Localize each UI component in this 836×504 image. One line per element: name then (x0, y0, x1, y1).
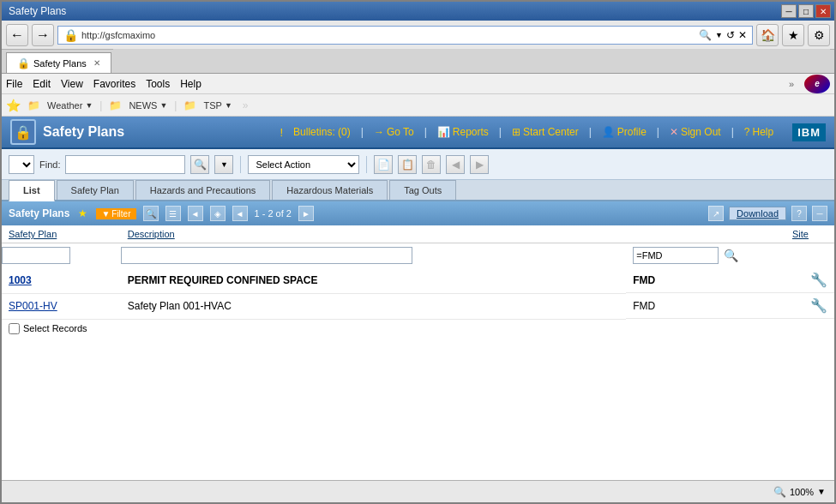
select-records-checkbox[interactable] (9, 323, 20, 334)
col-select-button[interactable]: ☰ (165, 206, 181, 221)
col-header-site[interactable]: Site (626, 225, 834, 243)
advanced-search-button[interactable]: ▼ (214, 155, 233, 174)
goto-link[interactable]: → Go To (374, 126, 414, 138)
help-icon-button[interactable]: ? (791, 206, 807, 221)
tab-safety-plan[interactable]: Safety Plan (57, 180, 134, 200)
favorites-star[interactable]: ★ (782, 24, 804, 46)
filter-button[interactable]: ▼ Filter (96, 208, 135, 219)
fav-weather-dropdown[interactable]: ▼ (85, 101, 93, 110)
search-config-button[interactable]: 🔍 (143, 206, 159, 221)
filter-site[interactable] (633, 247, 719, 264)
site-value-2: FMD (633, 300, 655, 312)
reports-link[interactable]: 📊 Reports (437, 126, 489, 138)
startcenter-label: Start Center (523, 126, 579, 138)
row-action-icon-2[interactable]: 🔧 (810, 297, 827, 314)
fav-weather[interactable]: Weather ▼ (47, 100, 93, 111)
home-button[interactable]: 🏠 (756, 24, 779, 46)
filter-description[interactable] (121, 247, 412, 264)
action-select[interactable]: Select Action (248, 155, 359, 174)
prev-nav-button[interactable]: ◀ (446, 155, 465, 174)
maximize-button[interactable]: □ (798, 4, 814, 18)
profile-icon: 👤 (602, 126, 615, 138)
tab-close-button[interactable]: ✕ (93, 58, 100, 68)
menu-tools[interactable]: Tools (146, 78, 170, 90)
tab-tagouts[interactable]: Tag Outs (389, 180, 456, 200)
fav-news-dropdown[interactable]: ▼ (159, 101, 167, 110)
menu-view[interactable]: View (61, 78, 83, 90)
help-link[interactable]: ? Help (744, 126, 773, 138)
fav-tsp-icon: 📁 (183, 99, 196, 111)
tab-list[interactable]: List (9, 180, 55, 201)
ie-logo: e (804, 75, 830, 93)
tab-empty-area[interactable] (113, 49, 830, 73)
safety-plan-link-sp001hv[interactable]: SP001-HV (9, 300, 57, 312)
safety-plans-table: Safety Plan Description Site (2, 225, 834, 338)
help-label: Help (752, 126, 773, 138)
menu-file[interactable]: File (6, 78, 22, 90)
tab-list-label: List (23, 185, 40, 195)
tab-safety-plan-label: Safety Plan (71, 185, 119, 195)
select-records-cell: Select Records (2, 319, 834, 338)
site-search-button[interactable]: 🔍 (722, 247, 739, 264)
menu-edit[interactable]: Edit (33, 78, 51, 90)
fav-tsp[interactable]: TSP ▼ (203, 100, 232, 111)
signout-link[interactable]: ✕ Sign Out (670, 126, 721, 138)
fav-tsp-dropdown[interactable]: ▼ (225, 101, 232, 110)
bookmark-button[interactable]: ◈ (210, 206, 226, 221)
main-content: Safety Plans ★ ▼ Filter 🔍 ☰ ◄ ◈ ◄ 1 - 2 … (2, 201, 834, 480)
window-controls: ─ □ ✕ (781, 4, 831, 18)
copy-record-button[interactable]: 📋 (398, 155, 417, 174)
nav-separator5: | (657, 126, 659, 138)
bulletin-warning-icon: ! (280, 126, 283, 139)
fav-divider2: | (174, 99, 177, 111)
new-record-button[interactable]: 📄 (374, 155, 393, 174)
record-count: 1 - 2 of 2 (255, 208, 292, 219)
signout-label: Sign Out (681, 126, 721, 138)
settings-button[interactable]: ⚙ (808, 24, 830, 46)
delete-record-button[interactable]: 🗑 (422, 155, 441, 174)
menu-favorites[interactable]: Favorites (93, 78, 135, 90)
address-bar[interactable]: 🔒 http://gsfcmaximo 🔍 ▼ ↺ ✕ (57, 26, 753, 45)
reports-chart-icon: 📊 (437, 126, 450, 138)
tab-hazmat[interactable]: Hazardous Materials (272, 180, 388, 200)
find-binoculars-button[interactable]: 🔍 (190, 155, 209, 174)
safety-plan-link-1003[interactable]: 1003 (9, 274, 32, 286)
fav-news[interactable]: NEWS ▼ (129, 100, 167, 111)
tab-hazards[interactable]: Hazards and Precautions (135, 180, 271, 200)
close-nav-button[interactable]: ✕ (738, 29, 747, 41)
browser-tab[interactable]: 🔒 Safety Plans ✕ (6, 52, 111, 73)
reports-label: Reports (453, 126, 489, 138)
filter-icon: ▼ (101, 209, 110, 219)
next-nav-button[interactable]: ▶ (470, 155, 489, 174)
col-header-description[interactable]: Description (121, 225, 627, 243)
filter-safety-plan[interactable] (2, 247, 70, 264)
col-header-safety-plan[interactable]: Safety Plan (2, 225, 121, 243)
next-record-button[interactable]: ► (298, 206, 314, 221)
app-icon-symbol: 🔒 (15, 124, 32, 141)
bulletins-link[interactable]: Bulletins: (0) (293, 126, 351, 138)
window-title: Safety Plans (5, 5, 66, 17)
list-title: Safety Plans (9, 207, 69, 219)
export-button[interactable]: ↗ (708, 206, 724, 221)
refresh-button[interactable]: ↺ (726, 29, 735, 41)
description-text-2: Safety Plan 001-HVAC (128, 300, 232, 312)
collapse-button[interactable]: ─ (812, 206, 827, 221)
forward-button[interactable]: → (32, 24, 54, 46)
find-input[interactable] (65, 155, 185, 174)
select-records-row: Select Records (2, 319, 834, 338)
minimize-button[interactable]: ─ (781, 4, 797, 18)
zoom-dropdown-icon[interactable]: ▼ (817, 487, 826, 496)
window: Safety Plans ─ □ ✕ ← → 🔒 http://gsfcmaxi… (0, 0, 836, 504)
menu-help[interactable]: Help (180, 78, 201, 90)
back-button[interactable]: ← (6, 24, 28, 46)
prev-record-button[interactable]: ◄ (232, 206, 248, 221)
profile-link[interactable]: 👤 Profile (602, 126, 647, 138)
app-toolbar: Find: 🔍 ▼ Select Action 📄 📋 🗑 ◀ ▶ (2, 149, 834, 180)
download-button[interactable]: Download (729, 207, 786, 220)
title-bar: Safety Plans ─ □ ✕ (2, 2, 834, 21)
close-button[interactable]: ✕ (815, 4, 831, 18)
record-nav-select[interactable] (9, 155, 34, 174)
row-action-icon-1[interactable]: 🔧 (810, 272, 827, 288)
startcenter-link[interactable]: ⊞ Start Center (512, 126, 579, 138)
prev-page-button[interactable]: ◄ (188, 206, 203, 221)
